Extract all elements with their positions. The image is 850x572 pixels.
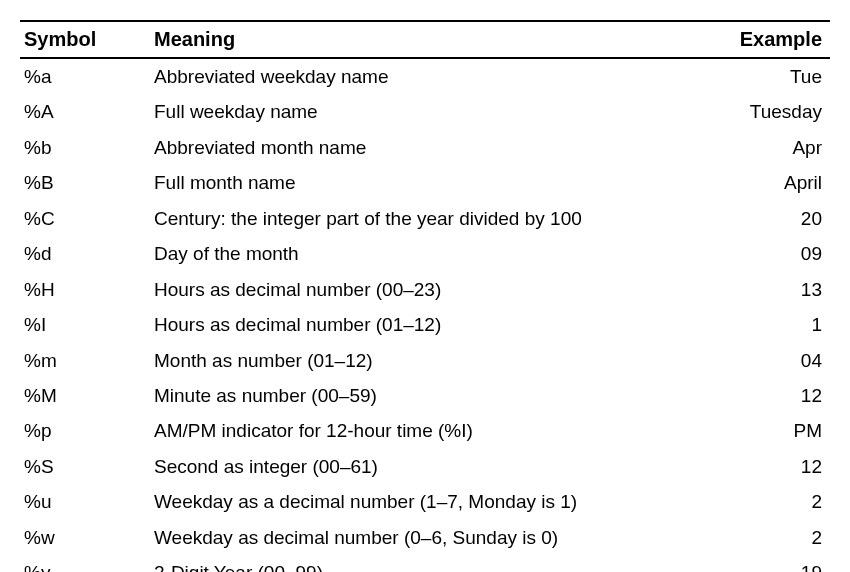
table-row: %A Full weekday name Tuesday bbox=[20, 94, 830, 129]
cell-example: PM bbox=[690, 413, 830, 448]
cell-example: April bbox=[690, 165, 830, 200]
cell-symbol: %M bbox=[20, 378, 150, 413]
cell-meaning: Abbreviated weekday name bbox=[150, 58, 690, 94]
table-row: %m Month as number (01–12) 04 bbox=[20, 343, 830, 378]
cell-example: 12 bbox=[690, 449, 830, 484]
cell-symbol: %A bbox=[20, 94, 150, 129]
cell-meaning: Hours as decimal number (01–12) bbox=[150, 307, 690, 342]
cell-symbol: %B bbox=[20, 165, 150, 200]
cell-symbol: %y bbox=[20, 555, 150, 572]
cell-meaning: Day of the month bbox=[150, 236, 690, 271]
table-header-row: Symbol Meaning Example bbox=[20, 21, 830, 58]
cell-meaning: Second as integer (00–61) bbox=[150, 449, 690, 484]
cell-meaning: AM/PM indicator for 12-hour time (%I) bbox=[150, 413, 690, 448]
cell-example: 20 bbox=[690, 201, 830, 236]
cell-symbol: %S bbox=[20, 449, 150, 484]
table-row: %a Abbreviated weekday name Tue bbox=[20, 58, 830, 94]
cell-example: 12 bbox=[690, 378, 830, 413]
cell-symbol: %H bbox=[20, 272, 150, 307]
table-row: %b Abbreviated month name Apr bbox=[20, 130, 830, 165]
table-row: %H Hours as decimal number (00–23) 13 bbox=[20, 272, 830, 307]
table-row: %y 2-Digit Year (00–99) 19 bbox=[20, 555, 830, 572]
format-symbols-table: Symbol Meaning Example %a Abbreviated we… bbox=[20, 20, 830, 572]
cell-meaning: Full month name bbox=[150, 165, 690, 200]
cell-meaning: Abbreviated month name bbox=[150, 130, 690, 165]
table-row: %p AM/PM indicator for 12-hour time (%I)… bbox=[20, 413, 830, 448]
cell-symbol: %I bbox=[20, 307, 150, 342]
cell-symbol: %p bbox=[20, 413, 150, 448]
table-row: %u Weekday as a decimal number (1–7, Mon… bbox=[20, 484, 830, 519]
cell-symbol: %a bbox=[20, 58, 150, 94]
cell-example: Apr bbox=[690, 130, 830, 165]
cell-example: 09 bbox=[690, 236, 830, 271]
cell-meaning: Century: the integer part of the year di… bbox=[150, 201, 690, 236]
table-row: %d Day of the month 09 bbox=[20, 236, 830, 271]
cell-symbol: %u bbox=[20, 484, 150, 519]
cell-example: Tue bbox=[690, 58, 830, 94]
table-row: %B Full month name April bbox=[20, 165, 830, 200]
cell-meaning: Weekday as a decimal number (1–7, Monday… bbox=[150, 484, 690, 519]
table-row: %C Century: the integer part of the year… bbox=[20, 201, 830, 236]
cell-symbol: %b bbox=[20, 130, 150, 165]
cell-example: 19 bbox=[690, 555, 830, 572]
cell-symbol: %w bbox=[20, 520, 150, 555]
cell-symbol: %d bbox=[20, 236, 150, 271]
cell-example: 04 bbox=[690, 343, 830, 378]
cell-meaning: Weekday as decimal number (0–6, Sunday i… bbox=[150, 520, 690, 555]
cell-example: 2 bbox=[690, 484, 830, 519]
cell-meaning: Month as number (01–12) bbox=[150, 343, 690, 378]
cell-example: 1 bbox=[690, 307, 830, 342]
table-row: %S Second as integer (00–61) 12 bbox=[20, 449, 830, 484]
cell-meaning: Full weekday name bbox=[150, 94, 690, 129]
cell-meaning: Hours as decimal number (00–23) bbox=[150, 272, 690, 307]
cell-example: 2 bbox=[690, 520, 830, 555]
table-row: %I Hours as decimal number (01–12) 1 bbox=[20, 307, 830, 342]
cell-example: Tuesday bbox=[690, 94, 830, 129]
cell-symbol: %m bbox=[20, 343, 150, 378]
cell-symbol: %C bbox=[20, 201, 150, 236]
table-row: %w Weekday as decimal number (0–6, Sunda… bbox=[20, 520, 830, 555]
header-example: Example bbox=[690, 21, 830, 58]
cell-meaning: 2-Digit Year (00–99) bbox=[150, 555, 690, 572]
header-symbol: Symbol bbox=[20, 21, 150, 58]
cell-example: 13 bbox=[690, 272, 830, 307]
cell-meaning: Minute as number (00–59) bbox=[150, 378, 690, 413]
table-row: %M Minute as number (00–59) 12 bbox=[20, 378, 830, 413]
header-meaning: Meaning bbox=[150, 21, 690, 58]
